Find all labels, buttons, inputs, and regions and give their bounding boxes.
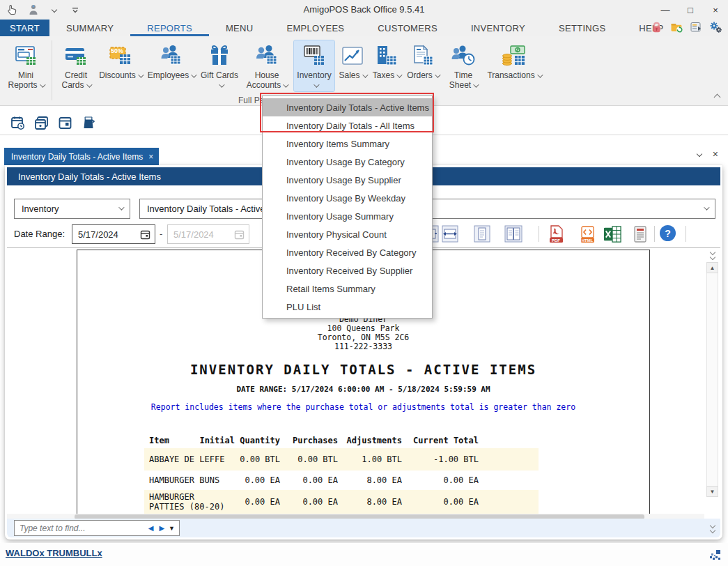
ribbon-item-inventory[interactable]: Inventory [294,40,334,91]
ribbon-item-gift-cards[interactable]: Gift Cards [199,40,240,91]
scroll-up-button[interactable]: ▲ [706,262,718,273]
find-previous-icon[interactable]: ◀ [146,524,157,532]
menu-item-daily-totals-active[interactable]: Inventory Daily Totals - Active Items [263,98,432,116]
chevron-down-icon [138,72,144,77]
pitcher-icon[interactable] [81,116,96,131]
menu-tab-settings[interactable]: SETTINGS [542,20,622,36]
menu-item-daily-totals-all[interactable]: Inventory Daily Totals - All Items [263,116,432,135]
one-page-icon[interactable] [473,224,491,243]
house-accounts-icon [254,43,279,68]
close-document-icon[interactable]: × [713,150,718,158]
cell-initial: 0.00 BTL [240,454,280,464]
document-tab[interactable]: Inventory Daily Totals - Active Items × [4,148,159,165]
fit-page-width-icon[interactable] [441,224,459,243]
toolbar-separator [539,226,539,242]
tab-list-chevron-icon[interactable] [697,151,702,157]
report-category-select[interactable]: Inventory [14,199,130,219]
report-table: Item Initial Quantity Purchases Adjustme… [144,433,539,514]
calendar-stack-icon[interactable] [33,116,49,131]
tab-close-icon[interactable]: × [148,152,153,162]
menu-item-physical-count[interactable]: Inventory Physical Count [263,225,432,243]
ribbon-item-label: Orders [407,70,439,80]
menu-item-usage-by-supplier[interactable]: Inventory Usage By Supplier [263,171,432,189]
scrollbar-track[interactable] [706,273,718,486]
menu-tab-menu[interactable]: MENU [209,20,270,36]
find-input[interactable] [15,523,146,533]
report-category-value: Inventory [22,204,59,214]
table-row: HAMBURGER BUNS 0.00 EA 0.00 EA 8.00 EA 0… [144,471,539,490]
maximize-button[interactable]: □ [678,0,703,20]
menu-item-usage-summary[interactable]: Inventory Usage Summary [263,207,432,225]
cell-current: 0.00 EA [443,475,479,485]
help-icon[interactable]: ? [660,225,676,241]
ribbon-item-mini-reports[interactable]: Mini Reports [4,40,47,91]
export-html-icon[interactable]: HTML [578,224,596,243]
scroll-down-button[interactable]: ▼ [706,486,718,497]
cell-purchases: 0.00 EA [302,497,338,507]
ribbon-item-label: House Accounts [243,70,291,90]
ribbon-item-time-sheet[interactable]: Time Sheet [443,40,483,91]
ribbon-item-sales[interactable]: Sales [336,40,369,82]
lock-icon[interactable] [651,21,664,34]
col-header-purchases: Purchases [293,436,338,445]
menu-item-received-by-supplier[interactable]: Inventory Received By Supplier [263,261,432,280]
ribbon-item-house-accounts[interactable]: House Accounts [242,40,292,91]
ribbon-item-credit-cards[interactable]: Credit Cards [56,40,95,91]
menu-item-plu-list[interactable]: PLU List [263,298,432,316]
menu-tab-customers[interactable]: CUSTOMERS [361,20,454,36]
menu-item-items-summary[interactable]: Inventory Items Summary [263,135,432,153]
ribbon-item-label: Time Sheet [444,70,482,90]
ribbon-item-discounts[interactable]: 50% Discounts [98,40,144,82]
window-controls: — □ × [653,0,728,20]
ribbon-item-employees[interactable]: Employees [146,40,197,82]
minimize-button[interactable]: — [653,0,678,20]
backup-database-icon[interactable] [690,21,703,34]
pdf-label: PDF [547,238,565,243]
collapse-ribbon-button[interactable] [715,90,720,102]
ribbon-item-transactions[interactable]: Transactions [486,40,543,82]
ribbon-item-label: Employees [148,70,195,80]
export-excel-icon[interactable] [603,224,621,243]
ribbon-item-orders[interactable]: Orders [405,40,441,82]
cell-adjustments: 8.00 EA [366,475,402,485]
services-gears-icon[interactable] [709,21,722,34]
ribbon-item-taxes[interactable]: Taxes [371,40,403,82]
close-button[interactable]: × [703,0,728,20]
status-bar: WALDOx TRUMBULLx [0,543,728,566]
menu-tabs: START SUMMARY REPORTS MENU EMPLOYEES CUS… [0,20,681,36]
menu-tab-employees[interactable]: EMPLOYEES [270,20,361,36]
calendar-day-icon[interactable] [57,116,72,131]
logged-in-user-link[interactable]: WALDOx TRUMBULLx [6,548,102,558]
find-next-icon[interactable]: ▶ [156,524,167,532]
col-header-current: Current Total [413,436,479,445]
menu-tab-summary[interactable]: SUMMARY [49,20,130,36]
chevron-down-icon [219,82,224,87]
print-report-icon[interactable] [631,224,649,243]
cell-initial: 0.00 EA [245,497,280,507]
menu-item-retail-items-summary[interactable]: Retail Items Summary [263,280,432,298]
title-bar: AmigoPOS Back Office 9.5.41 — □ × [0,0,728,20]
menu-tab-start[interactable]: START [0,20,49,36]
ribbon-item-label: Inventory [295,70,333,90]
taxes-icon [375,43,398,68]
orders-icon [411,43,435,68]
menu-item-usage-by-weekday[interactable]: Inventory Usage By Weekday [263,189,432,207]
cell-purchases: 0.00 EA [302,475,338,485]
ribbon-divider [52,40,52,100]
pin-panel-icon[interactable] [706,250,718,259]
ribbon-item-label: Sales [339,70,366,80]
collapse-findbar-icon[interactable] [711,523,715,533]
find-options-icon[interactable]: ▼ [167,525,179,532]
menu-item-received-by-category[interactable]: Inventory Received By Category [263,243,432,261]
inventory-reports-menu: Inventory Daily Totals - Active Items In… [262,95,433,319]
export-pdf-icon[interactable]: PDF [547,224,565,243]
database-refresh-icon[interactable] [670,21,683,34]
menu-item-usage-by-category[interactable]: Inventory Usage By Category [263,153,432,171]
vertical-scrollbar[interactable]: ▲ ▼ [706,250,718,497]
credit-cards-icon [64,43,88,68]
chevron-down-icon [537,72,543,77]
calendar-clock-icon[interactable] [10,116,25,131]
menu-tab-inventory[interactable]: INVENTORY [454,20,542,36]
menu-tab-reports[interactable]: REPORTS [130,20,209,36]
two-pages-icon[interactable] [504,224,522,243]
